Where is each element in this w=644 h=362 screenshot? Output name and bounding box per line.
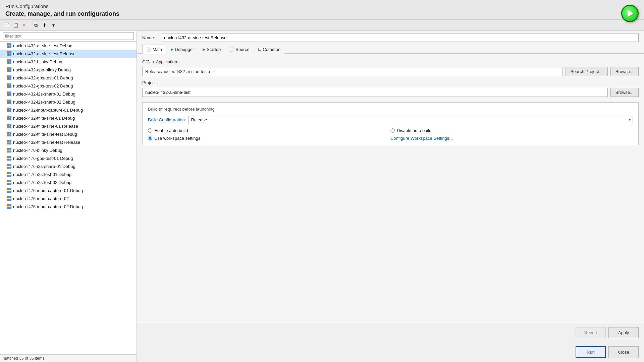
- build-config-dropdown[interactable]: Release ▾: [189, 116, 633, 124]
- list-item[interactable]: nucleo-l432-tflite-sine-test Release: [0, 138, 137, 146]
- config-list: nucleo-l432-ai-sine-test Debug nucleo-l4…: [0, 42, 137, 354]
- revert-apply-buttons: Revert Apply: [137, 323, 644, 342]
- config-icon: [7, 116, 11, 120]
- name-input[interactable]: [162, 34, 639, 42]
- configure-workspace-link[interactable]: Configure Workspace Settings...: [390, 136, 453, 141]
- duplicate-button[interactable]: ⧉: [32, 21, 40, 29]
- list-item[interactable]: nucleo-l432-cpp-blinky Debug: [0, 66, 137, 74]
- toolbar: 📄 📋 ✕ ⧉ ⬆ ▾: [0, 20, 644, 31]
- disable-auto-build-radio-input[interactable]: [390, 128, 395, 133]
- new-proto-icon: 📋: [13, 22, 18, 28]
- run-play-icon: [621, 5, 639, 22]
- tab-common[interactable]: ☐ Common: [254, 45, 285, 54]
- filter-input[interactable]: [3, 32, 134, 40]
- config-icon: [7, 196, 11, 201]
- config-icon: [7, 75, 11, 80]
- new-proto-button[interactable]: 📋: [11, 21, 19, 29]
- dialog-title: Run Configurations: [5, 3, 617, 9]
- run-close-buttons: Run Close: [137, 342, 644, 362]
- right-main: Name: 📄 Main ▶ Debugger ▶ Startup: [137, 31, 644, 362]
- run-button[interactable]: Run: [576, 346, 606, 358]
- tab-startup[interactable]: ▶ Startup: [198, 45, 225, 54]
- play-triangle-icon: [628, 10, 634, 17]
- list-item[interactable]: nucleo-l432-tflite-sine-01 Debug: [0, 114, 137, 122]
- enable-auto-build-radio-input[interactable]: [148, 128, 152, 133]
- config-icon: [7, 92, 11, 96]
- tab-main[interactable]: 📄 Main: [142, 45, 166, 54]
- config-icon: [7, 148, 11, 153]
- browse-project-button[interactable]: Browse...: [610, 88, 639, 97]
- duplicate-icon: ⧉: [34, 22, 38, 28]
- config-icon: [7, 204, 11, 209]
- list-item[interactable]: nucleo-l432-blinky Debug: [0, 58, 137, 66]
- disable-auto-build-label: Disable auto build: [397, 128, 431, 133]
- list-item[interactable]: nucleo-l432-tflite-sine-01 Release: [0, 122, 137, 130]
- tab-content-area: C/C++ Application: Search Project... Bro…: [137, 54, 644, 323]
- left-panel: nucleo-l432-ai-sine-test Debug nucleo-l4…: [0, 31, 137, 362]
- list-item[interactable]: nucleo-l432-tflite-sine-test Debug: [0, 130, 137, 138]
- dialog-subtitle: Create, manage, and run configurations: [5, 10, 617, 17]
- list-item-selected[interactable]: nucleo-l432-ai-sine-test Release: [0, 50, 137, 58]
- list-item[interactable]: nucleo-l476-input-capture-01 Debug: [0, 186, 137, 194]
- config-icon: [7, 59, 11, 64]
- dialog-header: Run Configurations Create, manage, and r…: [0, 0, 644, 20]
- right-radio-col: Disable auto build Configure Workspace S…: [390, 128, 633, 141]
- config-icon: [7, 156, 11, 161]
- close-button[interactable]: Close: [608, 346, 639, 358]
- tab-source[interactable]: 📄 Source: [225, 45, 254, 54]
- use-workspace-radio-input[interactable]: [148, 136, 152, 140]
- export-button[interactable]: ⬆: [41, 21, 49, 29]
- list-item[interactable]: nucleo-l476-input-capture-02: [0, 194, 137, 202]
- config-icon: [7, 172, 11, 177]
- list-item[interactable]: nucleo-l476-gps-test-01 Debug: [0, 154, 137, 162]
- tab-main-icon: 📄: [147, 47, 151, 52]
- list-item[interactable]: nucleo-l432-input-capture-01 Debug: [0, 106, 137, 114]
- search-project-button[interactable]: Search Project...: [566, 67, 608, 76]
- list-item[interactable]: nucleo-l476-input-capture-02 Debug: [0, 202, 137, 210]
- enable-auto-build-label: Enable auto build: [154, 128, 188, 133]
- filter-box: [0, 31, 137, 42]
- list-item[interactable]: nucleo-l432-i2s-sharp-01 Debug: [0, 90, 137, 98]
- list-item[interactable]: nucleo-l476-blinky Debug: [0, 146, 137, 154]
- delete-button[interactable]: ✕: [20, 21, 28, 29]
- radio-options: Enable auto build Use workspace settings: [148, 128, 633, 141]
- use-workspace-radio[interactable]: Use workspace settings: [148, 136, 390, 141]
- list-item[interactable]: nucleo-l476-i2s-test-02 Debug: [0, 178, 137, 186]
- config-icon: [7, 180, 11, 185]
- dropdown-arrow-icon: ▾: [52, 22, 55, 28]
- left-radio-col: Enable auto build Use workspace settings: [148, 128, 390, 141]
- application-input[interactable]: [142, 67, 563, 76]
- dropdown-arrow-icon: ▾: [629, 118, 631, 122]
- project-input[interactable]: [142, 88, 608, 97]
- list-status: matched 36 of 36 items: [0, 354, 137, 362]
- build-config-link[interactable]: Build Configuration:: [148, 117, 186, 122]
- config-icon: [7, 83, 11, 88]
- config-icon: [7, 124, 11, 128]
- tab-source-icon: 📄: [229, 47, 234, 52]
- play-circle: [621, 5, 639, 22]
- list-item[interactable]: nucleo-l476-i2s-test-01 Debug: [0, 170, 137, 178]
- name-label: Name:: [142, 35, 159, 40]
- delete-icon: ✕: [22, 22, 26, 28]
- export-icon: ⬆: [43, 22, 47, 28]
- build-section-title: Build (if required) before launching: [148, 107, 633, 112]
- right-panel: Name: 📄 Main ▶ Debugger ▶ Startup: [137, 31, 644, 362]
- application-input-row: Search Project... Browse...: [142, 67, 639, 76]
- list-item[interactable]: nucleo-l476-i2s-sharp-01 Debug: [0, 162, 137, 170]
- dropdown-button[interactable]: ▾: [49, 21, 57, 29]
- new-config-button[interactable]: 📄: [3, 21, 11, 29]
- list-item[interactable]: nucleo-l432-ai-sine-test Debug: [0, 42, 137, 50]
- enable-auto-build-radio[interactable]: Enable auto build: [148, 128, 390, 133]
- config-icon: [7, 67, 11, 72]
- main-content: nucleo-l432-ai-sine-test Debug nucleo-l4…: [0, 31, 644, 362]
- use-workspace-label: Use workspace settings: [154, 136, 200, 141]
- apply-button[interactable]: Apply: [608, 327, 639, 338]
- list-item[interactable]: nucleo-l432-gps-test-02 Debug: [0, 82, 137, 90]
- list-item[interactable]: nucleo-l432-gps-test-01 Debug: [0, 74, 137, 82]
- disable-auto-build-radio[interactable]: Disable auto build: [390, 128, 633, 133]
- tab-debugger[interactable]: ▶ Debugger: [166, 45, 198, 54]
- browse-application-button[interactable]: Browse...: [610, 67, 639, 76]
- revert-button[interactable]: Revert: [576, 327, 606, 338]
- name-row: Name:: [137, 31, 644, 45]
- list-item[interactable]: nucleo-l432-i2s-sharp-02 Debug: [0, 98, 137, 106]
